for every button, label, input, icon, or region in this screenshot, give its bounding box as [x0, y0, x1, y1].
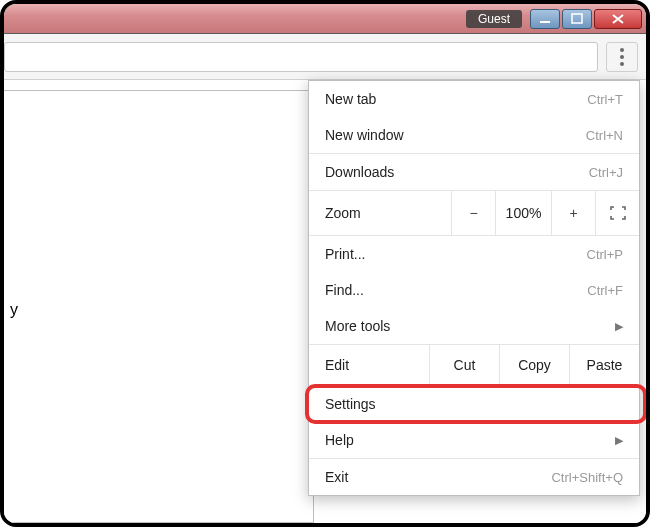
edit-cut-button[interactable]: Cut [429, 345, 499, 385]
guest-badge[interactable]: Guest [466, 10, 522, 28]
menu-label: New tab [325, 91, 587, 107]
menu-shortcut: Ctrl+N [586, 128, 623, 143]
menu-shortcut: Ctrl+J [589, 165, 623, 180]
edit-paste-button[interactable]: Paste [569, 345, 639, 385]
window-titlebar: Guest [4, 4, 646, 34]
more-vertical-icon [620, 48, 624, 66]
close-icon [611, 13, 625, 25]
edit-copy-button[interactable]: Copy [499, 345, 569, 385]
chrome-main-menu: New tab Ctrl+T New window Ctrl+N Downloa… [308, 80, 640, 496]
menu-label: Settings [325, 396, 623, 412]
menu-shortcut: Ctrl+F [587, 283, 623, 298]
menu-shortcut: Ctrl+T [587, 92, 623, 107]
chevron-right-icon: ▶ [615, 320, 623, 333]
menu-item-help[interactable]: Help ▶ [309, 422, 639, 458]
menu-label: Exit [325, 469, 551, 485]
maximize-button[interactable] [562, 9, 592, 29]
fullscreen-icon [610, 206, 626, 220]
close-button[interactable] [594, 9, 642, 29]
menu-item-settings[interactable]: Settings [309, 386, 639, 422]
menu-label: Print... [325, 246, 587, 262]
fullscreen-button[interactable] [595, 191, 639, 235]
menu-shortcut: Ctrl+P [587, 247, 623, 262]
menu-label: Find... [325, 282, 587, 298]
toolbar [4, 34, 646, 80]
menu-item-more-tools[interactable]: More tools ▶ [309, 308, 639, 344]
zoom-label: Zoom [325, 205, 451, 221]
address-bar[interactable] [4, 42, 598, 72]
menu-item-find[interactable]: Find... Ctrl+F [309, 272, 639, 308]
menu-item-new-tab[interactable]: New tab Ctrl+T [309, 81, 639, 117]
svg-rect-0 [540, 21, 550, 23]
zoom-in-button[interactable]: + [551, 191, 595, 235]
content-panel: y [4, 90, 314, 523]
menu-label: More tools [325, 318, 615, 334]
menu-item-print[interactable]: Print... Ctrl+P [309, 236, 639, 272]
menu-label: New window [325, 127, 586, 143]
chevron-right-icon: ▶ [615, 434, 623, 447]
menu-item-exit[interactable]: Exit Ctrl+Shift+Q [309, 459, 639, 495]
menu-item-downloads[interactable]: Downloads Ctrl+J [309, 154, 639, 190]
menu-item-zoom: Zoom − 100% + [309, 191, 639, 235]
minimize-button[interactable] [530, 9, 560, 29]
maximize-icon [571, 13, 583, 25]
edit-label: Edit [309, 345, 429, 385]
menu-item-edit: Edit Cut Copy Paste [309, 345, 639, 385]
minimize-icon [539, 13, 551, 25]
svg-rect-1 [572, 14, 582, 23]
zoom-value: 100% [495, 191, 551, 235]
menu-shortcut: Ctrl+Shift+Q [551, 470, 623, 485]
zoom-out-button[interactable]: − [451, 191, 495, 235]
cutoff-text: y [10, 301, 18, 319]
menu-item-new-window[interactable]: New window Ctrl+N [309, 117, 639, 153]
menu-label: Help [325, 432, 615, 448]
chrome-menu-button[interactable] [606, 42, 638, 72]
menu-label: Downloads [325, 164, 589, 180]
